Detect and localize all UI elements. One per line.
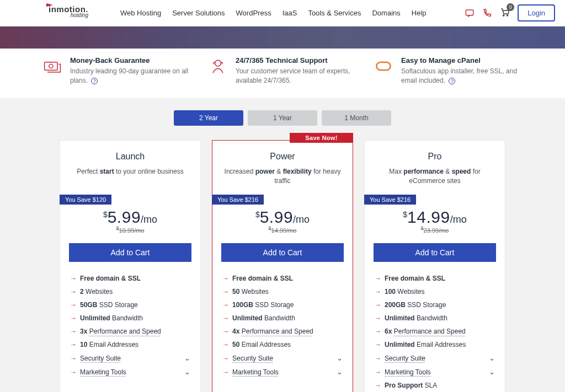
chevron-down-icon: ⌄ bbox=[337, 354, 343, 362]
hero-banner bbox=[0, 26, 565, 49]
plan-feature: →50 Websites bbox=[222, 285, 343, 298]
chevron-down-icon: ⌄ bbox=[337, 368, 343, 376]
feature-desc: Softaculous app installer, free SSL, and… bbox=[401, 67, 523, 86]
feature-title: Easy to Manage cPanel bbox=[401, 56, 523, 65]
plan-feature: →Pro Support SLA bbox=[375, 379, 495, 392]
plan-name: Pro bbox=[375, 152, 495, 162]
arrow-icon: → bbox=[70, 301, 77, 309]
plan-collapsible[interactable]: →Security Suite⌄ bbox=[70, 351, 190, 365]
plan-tagline: Increased power & flexibility for heavy … bbox=[222, 167, 343, 189]
add-to-cart-button[interactable]: Add to Cart bbox=[221, 243, 344, 262]
plan-grid: Launch Perfect start to your online busi… bbox=[0, 140, 565, 392]
feature-money-back: Money-Back Guarantee Industry leading 90… bbox=[42, 56, 191, 86]
pricing-panel: 2 Year 1 Year 1 Month Launch Perfect sta… bbox=[0, 98, 565, 392]
svg-point-1 bbox=[503, 14, 504, 15]
nav-server-solutions[interactable]: Server Solutions bbox=[172, 9, 225, 17]
chevron-down-icon: ⌄ bbox=[489, 368, 495, 376]
feature-title: 24/7/365 Technical Support bbox=[236, 56, 357, 65]
arrow-icon: → bbox=[375, 301, 381, 309]
plan-old-price: $23.99/mo bbox=[365, 225, 505, 234]
arrow-icon: → bbox=[375, 341, 381, 348]
plan-collapsible[interactable]: →Marketing Tools⌄ bbox=[70, 365, 190, 379]
plan-feature: →Unlimited Email Addresses bbox=[375, 338, 495, 351]
arrow-icon: → bbox=[70, 368, 77, 376]
svg-rect-3 bbox=[45, 62, 57, 70]
plan-tagline: Perfect start to your online business bbox=[70, 167, 190, 189]
plan-feature: →Free domain & SSL bbox=[70, 272, 190, 285]
plan-price: $5.99/mo bbox=[255, 208, 310, 227]
add-to-cart-button[interactable]: Add to Cart bbox=[69, 243, 191, 262]
nav-domains[interactable]: Domains bbox=[372, 9, 400, 17]
plan-feature-list: →Free domain & SSL→100 Websites→200GB SS… bbox=[365, 272, 505, 392]
plan-feature-list: →Free domain & SSL→2 Websites→50GB SSD S… bbox=[60, 272, 200, 379]
savings-badge: You Save $216 bbox=[212, 195, 264, 205]
arrow-icon: → bbox=[375, 355, 381, 362]
plan-feature: →100GB SSD Storage bbox=[222, 298, 343, 312]
nav-iaas[interactable]: IaaS bbox=[282, 9, 297, 17]
brand-logo[interactable]: inmotion. hosting bbox=[49, 3, 88, 18]
feature-support: 24/7/365 Technical Support Your customer… bbox=[208, 56, 357, 86]
logo-arrow-icon bbox=[46, 3, 53, 7]
plan-feature-list: →Free domain & SSL→50 Websites→100GB SSD… bbox=[212, 272, 353, 379]
plan-feature: →Free domain & SSL bbox=[222, 272, 343, 285]
add-to-cart-button[interactable]: Add to Cart bbox=[374, 243, 496, 262]
login-button[interactable]: Login bbox=[518, 4, 555, 22]
term-2-year[interactable]: 2 Year bbox=[174, 110, 243, 126]
arrow-icon: → bbox=[375, 327, 381, 335]
plan-feature: →50 Email Addresses bbox=[222, 338, 343, 351]
arrow-icon: → bbox=[375, 314, 381, 322]
plan-pro: Pro Max performance & speed for eCommerc… bbox=[364, 140, 505, 392]
arrow-icon: → bbox=[375, 275, 381, 282]
arrow-icon: → bbox=[222, 368, 229, 376]
nav-web-hosting[interactable]: Web Hosting bbox=[120, 9, 161, 17]
plan-power: Save Now! Power Increased power & flexib… bbox=[212, 140, 353, 392]
plan-collapsible[interactable]: →Marketing Tools⌄ bbox=[222, 365, 343, 379]
plan-collapsible[interactable]: →Security Suite⌄ bbox=[375, 351, 495, 365]
plan-feature: →6x Performance and Speed bbox=[375, 325, 495, 338]
arrow-icon: → bbox=[222, 301, 229, 309]
info-icon[interactable]: ? bbox=[449, 78, 455, 84]
plan-feature: →50GB SSD Storage bbox=[70, 298, 190, 312]
plan-collapsible[interactable]: →Marketing Tools⌄ bbox=[375, 365, 495, 379]
main-nav: Web Hosting Server Solutions WordPress I… bbox=[120, 9, 427, 17]
svg-rect-0 bbox=[466, 10, 473, 15]
plan-old-price: $14.99/mo bbox=[212, 225, 353, 234]
chevron-down-icon: ⌄ bbox=[489, 354, 495, 362]
plan-feature: →3x Performance and Speed bbox=[70, 325, 190, 338]
arrow-icon: → bbox=[375, 382, 381, 389]
cpanel-icon bbox=[374, 56, 393, 76]
plan-feature: →Unlimited Bandwidth bbox=[70, 312, 190, 325]
plan-feature: →Free domain & SSL bbox=[375, 272, 495, 285]
chevron-down-icon: ⌄ bbox=[184, 368, 190, 376]
plan-feature: →4x Performance and Speed bbox=[222, 325, 343, 338]
plan-collapsible[interactable]: →Security Suite⌄ bbox=[222, 351, 343, 365]
phone-icon[interactable] bbox=[482, 8, 492, 18]
plan-name: Launch bbox=[70, 152, 190, 162]
header-actions: 0 Login bbox=[465, 4, 555, 22]
nav-tools-services[interactable]: Tools & Services bbox=[308, 9, 361, 17]
chat-icon[interactable] bbox=[465, 8, 475, 18]
site-header: inmotion. hosting Web Hosting Server Sol… bbox=[0, 0, 565, 26]
info-icon[interactable]: ? bbox=[91, 78, 98, 84]
arrow-icon: → bbox=[222, 327, 229, 335]
term-1-year[interactable]: 1 Year bbox=[248, 110, 317, 126]
arrow-icon: → bbox=[70, 288, 77, 296]
feature-desc: Your customer service team of experts, a… bbox=[236, 67, 357, 86]
arrow-icon: → bbox=[222, 288, 229, 296]
plan-name: Power bbox=[222, 152, 343, 162]
arrow-icon: → bbox=[222, 275, 229, 282]
arrow-icon: → bbox=[70, 341, 77, 348]
term-1-month[interactable]: 1 Month bbox=[322, 110, 391, 126]
plan-feature: →Unlimited Bandwidth bbox=[375, 312, 495, 325]
plan-feature: →2 Websites bbox=[70, 285, 190, 298]
arrow-icon: → bbox=[222, 341, 229, 348]
nav-help[interactable]: Help bbox=[412, 9, 427, 17]
support-icon bbox=[208, 56, 228, 76]
nav-wordpress[interactable]: WordPress bbox=[236, 9, 271, 17]
arrow-icon: → bbox=[375, 288, 381, 296]
feature-bar: Money-Back Guarantee Industry leading 90… bbox=[0, 49, 565, 98]
cart-button[interactable]: 0 bbox=[500, 7, 510, 19]
plan-price: $14.99/mo bbox=[403, 208, 466, 227]
cart-count-badge: 0 bbox=[507, 3, 514, 11]
plan-launch: Launch Perfect start to your online busi… bbox=[60, 140, 201, 392]
